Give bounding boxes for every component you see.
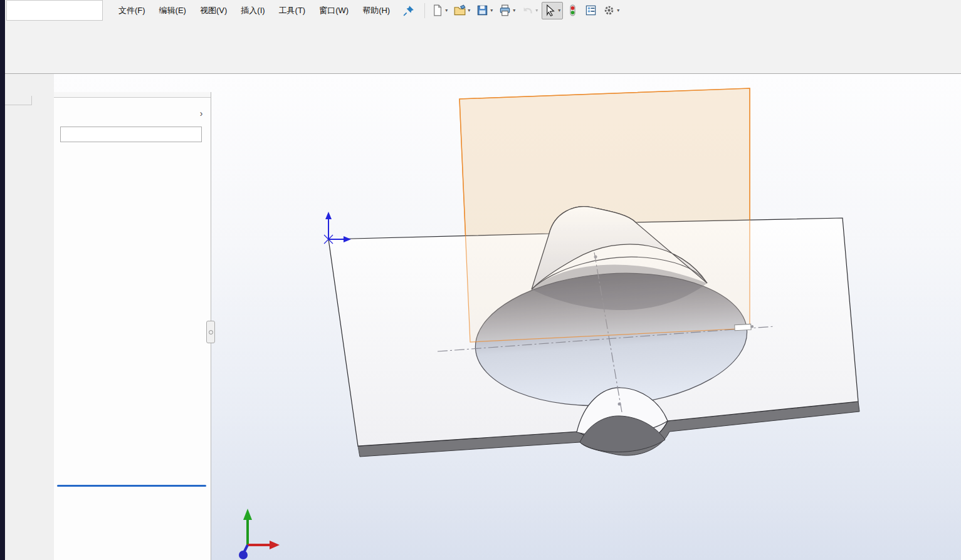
menu-item-3[interactable]: 插入(I): [234, 1, 271, 20]
new-document-button[interactable]: [429, 2, 450, 19]
print-button[interactable]: [496, 2, 518, 19]
annotation-toolbar: [5, 96, 32, 105]
gear-icon: [603, 4, 615, 16]
save-button[interactable]: [474, 2, 495, 19]
feature-manager-panel: ›: [54, 92, 211, 560]
panel-splitter-handle[interactable]: [206, 321, 215, 343]
menu-item-5[interactable]: 窗口(W): [312, 1, 355, 20]
listblue-icon: [585, 4, 597, 16]
window-edge-strip: [0, 0, 5, 560]
menu-item-1[interactable]: 编辑(E): [152, 1, 193, 20]
command-manager-ribbon: [5, 21, 961, 74]
select-button[interactable]: [542, 2, 563, 19]
save-icon: [476, 4, 488, 16]
menu-item-6[interactable]: 帮助(H): [355, 1, 397, 20]
centerline-endpoint: [618, 403, 621, 406]
toolbar-separator: [424, 3, 425, 18]
solidworks-window: { "window": { "title": "零件1" }, "brand":…: [0, 0, 961, 560]
menu-item-2[interactable]: 视图(V): [193, 1, 234, 20]
feature-manager-inner: ›: [54, 97, 211, 560]
part-origin-marker: [324, 212, 351, 244]
options-button[interactable]: [601, 2, 622, 19]
traffic-icon: [567, 4, 579, 16]
rebuild-button[interactable]: [564, 2, 581, 19]
title-bar: 文件(F)编辑(E)视图(V)插入(I)工具(T)窗口(W)帮助(H): [5, 0, 961, 21]
menu-bar: 文件(F)编辑(E)视图(V)插入(I)工具(T)窗口(W)帮助(H): [112, 1, 397, 20]
solidworks-logo: [6, 0, 103, 21]
quick-access-toolbar: [429, 2, 622, 19]
undo-button: [519, 2, 540, 19]
plane-handle[interactable]: [735, 324, 754, 331]
open-button[interactable]: [451, 2, 473, 19]
doc-icon: [431, 4, 443, 16]
reference-triad: [239, 509, 280, 559]
undo-icon: [522, 4, 533, 16]
display-settings-button[interactable]: [582, 2, 599, 19]
panel-overflow-chevron[interactable]: ›: [197, 106, 206, 120]
rollback-bar[interactable]: [57, 485, 206, 487]
tree-filter-box[interactable]: [60, 127, 202, 142]
left-docked-toolbars: [5, 92, 54, 560]
menu-item-0[interactable]: 文件(F): [112, 1, 152, 20]
open-icon: [454, 4, 466, 16]
print-icon: [499, 4, 511, 16]
pin-menu-icon[interactable]: [403, 5, 414, 16]
command-tab-strip: [5, 74, 406, 92]
menu-item-4[interactable]: 工具(T): [272, 1, 313, 20]
cursor-icon: [544, 4, 556, 16]
datum-plane-overlay: [459, 88, 750, 342]
